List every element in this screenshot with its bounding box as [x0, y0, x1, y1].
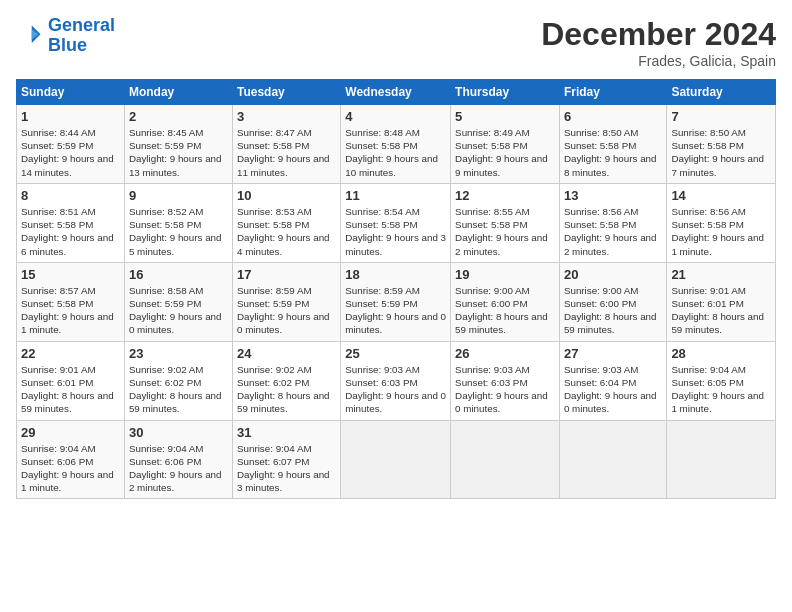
- logo-line2: Blue: [48, 35, 87, 55]
- table-row: 20Sunrise: 9:00 AMSunset: 6:00 PMDayligh…: [559, 262, 666, 341]
- table-row: 27Sunrise: 9:03 AMSunset: 6:04 PMDayligh…: [559, 341, 666, 420]
- table-row: 2Sunrise: 8:45 AMSunset: 5:59 PMDaylight…: [124, 105, 232, 184]
- table-row: 30Sunrise: 9:04 AMSunset: 6:06 PMDayligh…: [124, 420, 232, 499]
- table-row: 23Sunrise: 9:02 AMSunset: 6:02 PMDayligh…: [124, 341, 232, 420]
- table-row: [559, 420, 666, 499]
- header-tuesday: Tuesday: [232, 80, 340, 105]
- table-row: 22Sunrise: 9:01 AMSunset: 6:01 PMDayligh…: [17, 341, 125, 420]
- table-row: 16Sunrise: 8:58 AMSunset: 5:59 PMDayligh…: [124, 262, 232, 341]
- table-row: 29Sunrise: 9:04 AMSunset: 6:06 PMDayligh…: [17, 420, 125, 499]
- calendar-week-row: 8Sunrise: 8:51 AMSunset: 5:58 PMDaylight…: [17, 183, 776, 262]
- logo-text: General Blue: [48, 16, 115, 56]
- table-row: 28Sunrise: 9:04 AMSunset: 6:05 PMDayligh…: [667, 341, 776, 420]
- header-monday: Monday: [124, 80, 232, 105]
- page-container: General Blue December 2024 Frades, Galic…: [0, 0, 792, 509]
- header-saturday: Saturday: [667, 80, 776, 105]
- header-wednesday: Wednesday: [341, 80, 451, 105]
- table-row: 13Sunrise: 8:56 AMSunset: 5:58 PMDayligh…: [559, 183, 666, 262]
- table-row: 17Sunrise: 8:59 AMSunset: 5:59 PMDayligh…: [232, 262, 340, 341]
- table-row: 9Sunrise: 8:52 AMSunset: 5:58 PMDaylight…: [124, 183, 232, 262]
- calendar-week-row: 1Sunrise: 8:44 AMSunset: 5:59 PMDaylight…: [17, 105, 776, 184]
- table-row: 31Sunrise: 9:04 AMSunset: 6:07 PMDayligh…: [232, 420, 340, 499]
- table-row: 4Sunrise: 8:48 AMSunset: 5:58 PMDaylight…: [341, 105, 451, 184]
- table-row: 6Sunrise: 8:50 AMSunset: 5:58 PMDaylight…: [559, 105, 666, 184]
- logo-line1: General: [48, 15, 115, 35]
- table-row: 15Sunrise: 8:57 AMSunset: 5:58 PMDayligh…: [17, 262, 125, 341]
- month-title: December 2024: [541, 16, 776, 53]
- title-block: December 2024 Frades, Galicia, Spain: [541, 16, 776, 69]
- table-row: 24Sunrise: 9:02 AMSunset: 6:02 PMDayligh…: [232, 341, 340, 420]
- table-row: [341, 420, 451, 499]
- table-row: 5Sunrise: 8:49 AMSunset: 5:58 PMDaylight…: [451, 105, 560, 184]
- table-row: 21Sunrise: 9:01 AMSunset: 6:01 PMDayligh…: [667, 262, 776, 341]
- header-friday: Friday: [559, 80, 666, 105]
- calendar-header-row: Sunday Monday Tuesday Wednesday Thursday…: [17, 80, 776, 105]
- header-thursday: Thursday: [451, 80, 560, 105]
- logo-icon: [16, 22, 44, 50]
- calendar-table: Sunday Monday Tuesday Wednesday Thursday…: [16, 79, 776, 499]
- table-row: 18Sunrise: 8:59 AMSunset: 5:59 PMDayligh…: [341, 262, 451, 341]
- table-row: 3Sunrise: 8:47 AMSunset: 5:58 PMDaylight…: [232, 105, 340, 184]
- table-row: [451, 420, 560, 499]
- table-row: 26Sunrise: 9:03 AMSunset: 6:03 PMDayligh…: [451, 341, 560, 420]
- table-row: 1Sunrise: 8:44 AMSunset: 5:59 PMDaylight…: [17, 105, 125, 184]
- calendar-week-row: 22Sunrise: 9:01 AMSunset: 6:01 PMDayligh…: [17, 341, 776, 420]
- calendar-week-row: 15Sunrise: 8:57 AMSunset: 5:58 PMDayligh…: [17, 262, 776, 341]
- table-row: 19Sunrise: 9:00 AMSunset: 6:00 PMDayligh…: [451, 262, 560, 341]
- calendar-week-row: 29Sunrise: 9:04 AMSunset: 6:06 PMDayligh…: [17, 420, 776, 499]
- table-row: 7Sunrise: 8:50 AMSunset: 5:58 PMDaylight…: [667, 105, 776, 184]
- table-row: 14Sunrise: 8:56 AMSunset: 5:58 PMDayligh…: [667, 183, 776, 262]
- table-row: 8Sunrise: 8:51 AMSunset: 5:58 PMDaylight…: [17, 183, 125, 262]
- page-header: General Blue December 2024 Frades, Galic…: [16, 16, 776, 69]
- table-row: 10Sunrise: 8:53 AMSunset: 5:58 PMDayligh…: [232, 183, 340, 262]
- table-row: 25Sunrise: 9:03 AMSunset: 6:03 PMDayligh…: [341, 341, 451, 420]
- location: Frades, Galicia, Spain: [541, 53, 776, 69]
- table-row: 12Sunrise: 8:55 AMSunset: 5:58 PMDayligh…: [451, 183, 560, 262]
- table-row: 11Sunrise: 8:54 AMSunset: 5:58 PMDayligh…: [341, 183, 451, 262]
- table-row: [667, 420, 776, 499]
- header-sunday: Sunday: [17, 80, 125, 105]
- logo: General Blue: [16, 16, 115, 56]
